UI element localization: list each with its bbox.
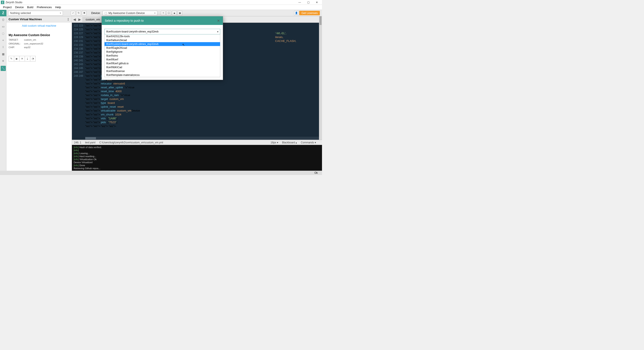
toolbar: Z Nothing selected ✓ ↻ ✱ Device: ⬚My Awe…: [0, 10, 322, 16]
dialog-close-icon[interactable]: ✕: [217, 19, 220, 23]
github-icon[interactable]: ◔: [30, 56, 36, 62]
project-selector[interactable]: Nothing selected: [8, 11, 63, 16]
repo-option[interactable]: lfcerf/ioino: [104, 54, 220, 58]
console-icon[interactable]: ▣: [178, 11, 182, 16]
maximize-button[interactable]: ▢: [304, 0, 312, 5]
play-icon[interactable]: ▶: [14, 56, 20, 62]
device-name: My Awesome Custom Device: [8, 33, 70, 37]
repo-option[interactable]: lfcerf/template-materializecss: [104, 73, 220, 77]
activity-bar: ⟨⟩ ▭ ◌ ＋ ⟟ ▦ ✳ 🔧: [0, 16, 6, 171]
font-size-selector[interactable]: 16px ▾: [271, 141, 278, 144]
ok-button[interactable]: Ok: [314, 171, 318, 174]
wrench-icon[interactable]: 🔧: [1, 66, 6, 71]
user-icon[interactable]: 👤: [294, 11, 299, 16]
info-icon[interactable]: ?: [161, 11, 166, 16]
file-language[interactable]: text:yaml: [85, 141, 95, 144]
editor-status-bar: 249, 1 text:yaml C:\Users\luigi\zerynth2…: [72, 140, 322, 145]
zerynth-logo-icon[interactable]: Z: [0, 10, 6, 16]
delete-icon[interactable]: ✕: [19, 56, 25, 62]
verify-icon[interactable]: ✓: [71, 11, 75, 16]
repo-option[interactable]: lfcerf/sixthsense: [104, 69, 220, 73]
device-original-row: ORIGINAL:cvm_espwroom32: [8, 42, 70, 46]
stop-icon[interactable]: ■: [172, 11, 177, 16]
chip-icon: ⬚: [104, 12, 107, 15]
nav-back-icon[interactable]: ◀: [72, 17, 77, 22]
wifi-icon[interactable]: ⟟: [1, 45, 5, 49]
nav-fwd-icon[interactable]: ▶: [77, 17, 82, 22]
repo-dropdown: lfcerf/ADS129x-toolslfcerf/altium2kicadl…: [104, 34, 220, 77]
grid-icon[interactable]: ▦: [1, 52, 5, 56]
output-console[interactable]: [info] Hash of data verified.[info][info…: [72, 145, 322, 171]
file-path: C:\Users\luigi\zerynth2\cvm\custom_vm\cu…: [99, 141, 163, 144]
repo-option[interactable]: lfcerf/altium2kicad: [104, 38, 220, 42]
device-chip-row: CHIP:esp32: [8, 46, 70, 50]
bug-icon[interactable]: ✱: [82, 11, 86, 16]
minimize-button[interactable]: —: [296, 0, 304, 5]
device-label: Device:: [91, 12, 100, 15]
theme-selector[interactable]: Blackboard ▴: [282, 141, 297, 144]
horizontal-scrollbar[interactable]: [85, 137, 322, 140]
folder-icon[interactable]: ▭: [1, 25, 5, 28]
dialog-body: lfcerf/custom-board-zerynth-olimex_esp32…: [102, 25, 223, 80]
code-fragment: iterals,: [275, 36, 283, 39]
left-panel: Custom Virtual Machines Add custom virtu…: [6, 16, 72, 171]
device-card: My Awesome Custom Device TARGET:custom_v…: [8, 33, 70, 50]
line-gutter: 222 223 224 225 226 227 228 229 230 231 …: [72, 23, 85, 79]
repo-option[interactable]: lfcerf/lfcerf: [104, 58, 220, 62]
code-fragment: '-Wl,-EL',: [275, 32, 286, 35]
device-target-row: TARGET:custom_vm: [8, 38, 70, 42]
menu-build[interactable]: Build: [25, 5, 35, 9]
device-selector-text: My Awesome Custom Device: [108, 12, 145, 15]
vertical-scrollbar[interactable]: [319, 16, 322, 140]
get-licenses-button[interactable]: Get Licenses: [299, 11, 320, 15]
gear-icon[interactable]: ✳: [1, 59, 5, 63]
panel-title: Custom Virtual Machines: [8, 18, 42, 21]
device-selector[interactable]: ⬚My Awesome Custom Device: [102, 11, 157, 16]
left-panel-header: Custom Virtual Machines: [6, 16, 72, 22]
menu-preferences[interactable]: Preferences: [35, 5, 54, 9]
repo-option[interactable]: lfcerf/gitignore: [104, 50, 220, 54]
plus-icon[interactable]: ＋: [1, 38, 5, 42]
repo-option[interactable]: lfcerf/custom-board-zerynth-olimex_esp32…: [104, 42, 220, 46]
repo-option[interactable]: lfcerf/libKiCad: [104, 65, 220, 69]
repo-select[interactable]: lfcerf/custom-board-zerynth-olimex_esp32…: [104, 29, 220, 34]
refresh-icon[interactable]: ↻: [76, 11, 81, 16]
menu-help[interactable]: Help: [54, 5, 63, 9]
push-repo-dialog: Select a repository to push to ✕ lfcerf/…: [102, 16, 223, 80]
menu-bar: Project Device Build Preferences Help: [0, 5, 322, 10]
dialog-header: Select a repository to push to ✕: [102, 16, 223, 25]
code-fragment: CACHE_FLASH,: [275, 39, 296, 43]
commands-selector[interactable]: Commands ▾: [301, 141, 316, 144]
title-bar: Z Zerynth Studio — ▢ ✕: [0, 0, 322, 5]
device-info-icon[interactable]: ⓘ: [166, 11, 171, 16]
edit-icon[interactable]: ✎: [8, 56, 14, 62]
cursor-position: 249, 1: [74, 141, 81, 144]
mouse-cursor: ↖: [182, 43, 185, 46]
repo-option[interactable]: lfcerf/Eagle2Kicad: [104, 46, 220, 50]
download-icon[interactable]: ⭳: [25, 56, 30, 62]
close-button[interactable]: ✕: [312, 0, 321, 5]
project-selector-text: Nothing selected: [10, 12, 31, 15]
bulb-icon[interactable]: ◌: [1, 31, 5, 35]
bottom-bar: Ok: [0, 171, 322, 175]
repo-option[interactable]: lfcerf/lfcerf.github.io: [104, 62, 220, 65]
repo-select-value: lfcerf/custom-board-zerynth-olimex_esp32…: [106, 30, 158, 33]
add-vm-link[interactable]: Add custom virtual machine: [6, 22, 72, 29]
code-icon[interactable]: ⟨⟩: [1, 18, 5, 22]
window-title: Zerynth Studio: [6, 1, 296, 4]
app-logo-icon: Z: [1, 1, 4, 4]
dialog-title: Select a repository to push to: [105, 19, 144, 22]
device-action-row: ✎ ▶ ✕ ⭳ ◔: [8, 56, 70, 62]
tab-custom-vm[interactable]: custom_vm: [82, 17, 104, 22]
repo-option[interactable]: lfcerf/ADS129x-tools: [104, 34, 220, 38]
menu-device[interactable]: Device: [13, 5, 25, 9]
menu-project[interactable]: Project: [1, 5, 13, 9]
